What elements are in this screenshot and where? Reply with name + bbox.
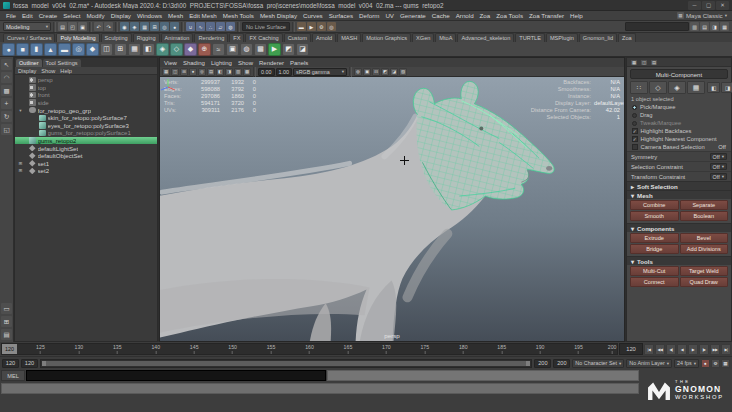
menu-item[interactable]: Help: [567, 12, 586, 19]
workspace-selector[interactable]: ▦ Maya Classic ▾: [677, 12, 729, 19]
animation-start-field[interactable]: 120: [2, 359, 19, 368]
shelf-tab[interactable]: Curves / Surfaces: [3, 33, 55, 42]
range-slider-bar[interactable]: [40, 359, 532, 368]
render-icon[interactable]: ⚙: [317, 22, 326, 31]
outliner-item[interactable]: front: [15, 91, 157, 99]
tool-icon[interactable]: ◱: [1, 124, 12, 135]
viewport-toolbar-icon[interactable]: ▣: [363, 68, 371, 76]
selection-style-option[interactable]: Pick/Marquee: [627, 103, 731, 111]
render-icon[interactable]: ◎: [327, 22, 336, 31]
select-by-name-input[interactable]: [625, 22, 689, 31]
expand-arrow-icon[interactable]: ▾: [17, 108, 24, 113]
viewport-canvas[interactable]: Verts: 299937 1932 0 Edges: 598088 3792 …: [160, 77, 624, 341]
live-surface-field[interactable]: No Live Surface: [242, 22, 290, 31]
viewport-toolbar-icon[interactable]: ◪: [390, 68, 398, 76]
snap-icon[interactable]: ▱: [216, 22, 225, 31]
viewport-menu-item[interactable]: Panels: [290, 60, 308, 66]
playback-button[interactable]: ◀|: [666, 344, 676, 355]
outliner-item[interactable]: skin_for_retopo:polySurface7: [15, 114, 157, 122]
component-action-button[interactable]: Extrude: [630, 233, 679, 243]
shelf-tab[interactable]: Rendering: [194, 33, 228, 42]
component-mode-button[interactable]: ◈: [668, 81, 686, 94]
snap-icon[interactable]: ∴: [206, 22, 215, 31]
shelf-tool-icon[interactable]: ◈: [156, 43, 169, 56]
component-mode-button[interactable]: ▦: [687, 81, 705, 94]
shelf-tool-icon[interactable]: ⊞: [114, 43, 127, 56]
layout-button[interactable]: ▭: [1, 303, 12, 314]
selection-mask-icon[interactable]: ◉: [120, 22, 129, 31]
mesh-action-button[interactable]: Boolean: [680, 211, 729, 221]
gamma-field[interactable]: 1.00: [276, 68, 293, 76]
shelf-tab[interactable]: Zoa: [618, 33, 636, 42]
snap-icon[interactable]: ◍: [226, 22, 235, 31]
viewport-menu-item[interactable]: Show: [238, 60, 253, 66]
menu-item[interactable]: Modify: [83, 12, 107, 19]
menu-item[interactable]: Cache: [429, 12, 453, 19]
components-section-header[interactable]: ▾ Components: [627, 223, 731, 232]
menu-item[interactable]: Edit: [19, 12, 36, 19]
sidebar-toggle-icon[interactable]: ▦: [720, 22, 729, 31]
shelf-tool-icon[interactable]: ⊕: [198, 43, 211, 56]
checkbox-icon[interactable]: [632, 144, 638, 150]
camera-based-selection-row[interactable]: Camera Based Selection Off: [627, 143, 731, 151]
sidebar-toggle-icon[interactable]: ▤: [700, 22, 709, 31]
menu-item[interactable]: Mesh: [165, 12, 186, 19]
viewport-toolbar-icon[interactable]: ▥: [234, 68, 242, 76]
multi-component-button[interactable]: Multi-Component: [630, 69, 728, 79]
selection-mask-icon[interactable]: ▦: [140, 22, 149, 31]
undo-redo-icon[interactable]: ↷: [104, 22, 113, 31]
outliner-item[interactable]: top: [15, 84, 157, 92]
panel-tab[interactable]: Outliner: [16, 59, 42, 67]
shelf-tool-icon[interactable]: ▲: [44, 43, 57, 56]
viewport-menu-item[interactable]: Lighting: [211, 60, 232, 66]
playback-start-field[interactable]: 120: [21, 359, 38, 368]
shelf-tool-icon[interactable]: ▶: [268, 43, 281, 56]
viewport-menu-item[interactable]: Renderer: [259, 60, 284, 66]
menu-item[interactable]: UV: [382, 12, 397, 19]
outliner-item[interactable]: persp: [15, 76, 157, 84]
menu-item[interactable]: File: [3, 12, 19, 19]
component-action-button[interactable]: Bevel: [680, 233, 729, 243]
toolkit-header-tab-icon[interactable]: ◫: [640, 59, 648, 66]
expand-arrow-icon[interactable]: ⊞: [17, 168, 24, 173]
menu-item[interactable]: Deform: [356, 12, 382, 19]
outliner-item[interactable]: defaultLightSet: [15, 144, 157, 152]
render-icon[interactable]: ▬: [297, 22, 306, 31]
radio-icon[interactable]: [632, 113, 637, 118]
component-mode-button[interactable]: ◇: [649, 81, 667, 94]
viewport-toolbar-icon[interactable]: ◎: [198, 68, 206, 76]
constraint-dropdown[interactable]: Off ▾: [710, 173, 727, 181]
menu-item[interactable]: Surfaces: [326, 12, 356, 19]
maximize-button[interactable]: ▢: [702, 1, 715, 10]
animation-pref-icon[interactable]: ●: [701, 359, 710, 368]
mesh-action-button[interactable]: Smooth: [630, 211, 679, 221]
shelf-tab[interactable]: FX Caching: [245, 33, 282, 42]
outliner-item[interactable]: eyes_for_retopo:polySurface3: [15, 122, 157, 130]
tool-icon[interactable]: +: [1, 98, 12, 109]
menu-item[interactable]: Zoa Tools: [493, 12, 526, 19]
tools-section-header[interactable]: ▾ Tools: [627, 256, 731, 265]
viewport-toolbar-icon[interactable]: ▩: [243, 68, 251, 76]
outliner-item[interactable]: gums_for_retopo:polySurface1: [15, 129, 157, 137]
constraint-dropdown[interactable]: Off ▾: [710, 153, 727, 161]
outliner-item[interactable]: side: [15, 99, 157, 107]
mesh-action-button[interactable]: Combine: [630, 200, 679, 210]
mesh-action-button[interactable]: Separate: [680, 200, 729, 210]
selection-mask-icon[interactable]: ●: [170, 22, 179, 31]
viewport-toolbar-icon[interactable]: ▨: [399, 68, 407, 76]
anim-layer-dropdown[interactable]: No Anim Layer ▾: [626, 359, 672, 368]
undo-redo-icon[interactable]: ↶: [94, 22, 103, 31]
snap-icon[interactable]: ∪: [186, 22, 195, 31]
outliner-item[interactable]: defaultObjectSet: [15, 152, 157, 160]
command-result-area[interactable]: [327, 370, 639, 381]
viewport-toolbar-icon[interactable]: ◍: [354, 68, 362, 76]
shelf-tab[interactable]: MASH: [337, 33, 361, 42]
highlight-option[interactable]: ✓ Highlight Nearest Component: [627, 135, 731, 143]
checkbox-icon[interactable]: ✓: [632, 128, 638, 134]
outliner-item[interactable]: ▾ for_retopo_geo_grp: [15, 106, 157, 114]
shelf-tab[interactable]: Rigging: [133, 33, 160, 42]
playback-button[interactable]: ▶: [688, 344, 698, 355]
shelf-tool-icon[interactable]: ▮: [30, 43, 43, 56]
selection-mask-icon[interactable]: ◎: [160, 22, 169, 31]
shelf-tool-icon[interactable]: ≈: [212, 43, 225, 56]
